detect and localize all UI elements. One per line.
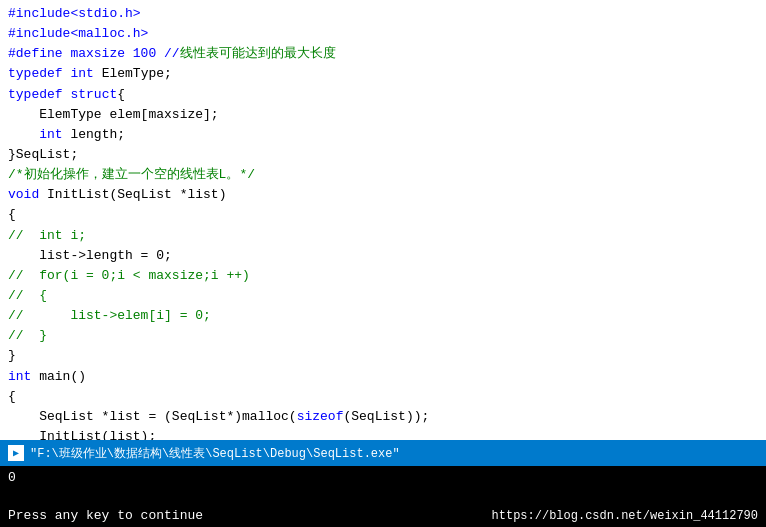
code-line: // list->elem[i] = 0; (8, 306, 758, 326)
code-line: int length; (8, 125, 758, 145)
code-line: #include<malloc.h> (8, 24, 758, 44)
console-path: "F:\班级作业\数据结构\线性表\SeqList\Debug\SeqList.… (30, 445, 400, 462)
code-line: int main() (8, 367, 758, 387)
code-line: // { (8, 286, 758, 306)
code-line: } (8, 346, 758, 366)
code-editor: #include<stdio.h>#include<malloc.h>#defi… (0, 0, 766, 440)
code-line: // int i; (8, 226, 758, 246)
code-line: { (8, 205, 758, 225)
console-title-bar: ▶ "F:\班级作业\数据结构\线性表\SeqList\Debug\SeqLis… (0, 440, 766, 466)
code-line: #include<stdio.h> (8, 4, 758, 24)
code-line: void InitList(SeqList *list) (8, 185, 758, 205)
code-line: }SeqList; (8, 145, 758, 165)
code-line: ElemType elem[maxsize]; (8, 105, 758, 125)
console-url: https://blog.csdn.net/weixin_44112790 (492, 509, 758, 523)
code-line: { (8, 387, 758, 407)
code-line: InitList(list); (8, 427, 758, 440)
code-line: // for(i = 0;i < maxsize;i ++) (8, 266, 758, 286)
code-line: typedef int ElemType; (8, 64, 758, 84)
app-icon: ▶ (8, 445, 24, 461)
code-line: /*初始化操作，建立一个空的线性表L。*/ (8, 165, 758, 185)
code-line: list->length = 0; (8, 246, 758, 266)
console-output-area: 0 Press any key to continue https://blog… (0, 466, 766, 527)
code-line: typedef struct{ (8, 85, 758, 105)
console-press-message: Press any key to continue (8, 508, 203, 523)
code-line: // } (8, 326, 758, 346)
console-result: 0 (8, 470, 758, 485)
code-line: SeqList *list = (SeqList*)malloc(sizeof(… (8, 407, 758, 427)
code-line: #define maxsize 100 //线性表可能达到的最大长度 (8, 44, 758, 64)
